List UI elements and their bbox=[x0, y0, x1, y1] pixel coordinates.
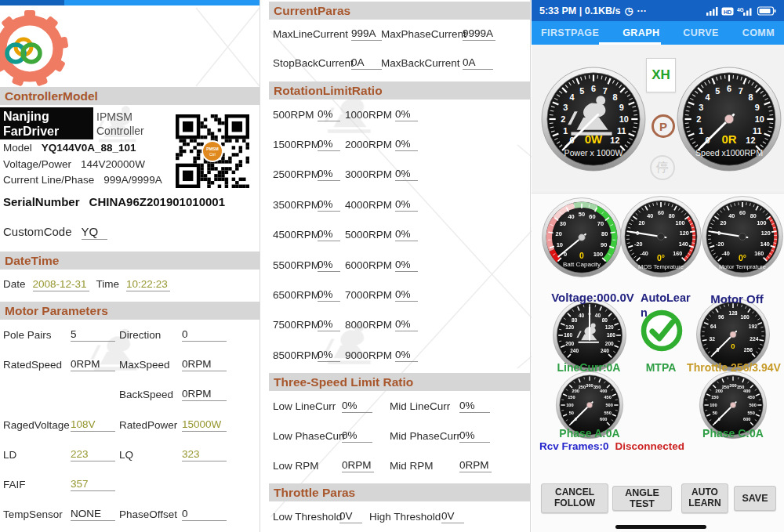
param-value[interactable]: 0% bbox=[459, 429, 490, 443]
param-value[interactable]: 9999A bbox=[463, 27, 495, 41]
param-value[interactable]: 357 bbox=[71, 478, 115, 491]
date-value[interactable]: 2008-12-31 bbox=[33, 278, 89, 291]
param-value[interactable]: 0% bbox=[342, 429, 372, 443]
param-row: 6500RPM 0% 7000RPM 0% bbox=[269, 280, 530, 309]
rotation-rows: 500RPM 0% 1000RPM 0% 1500RPM 0% 2000RPM … bbox=[269, 100, 530, 371]
svg-text:200: 200 bbox=[605, 341, 614, 346]
param-value[interactable]: 223 bbox=[71, 448, 115, 461]
svg-text:240: 240 bbox=[601, 348, 609, 353]
svg-text:-20: -20 bbox=[634, 241, 642, 248]
param-value[interactable]: 0% bbox=[459, 400, 490, 413]
param-value[interactable]: 0% bbox=[395, 288, 418, 302]
tab-bar: FIRSTPAGE GRAPH CURVE COMM bbox=[532, 21, 784, 45]
param-value[interactable]: 323 bbox=[182, 448, 227, 461]
param-value[interactable]: 0RPM bbox=[71, 358, 115, 371]
param-value[interactable]: 108V bbox=[71, 418, 115, 432]
svg-text:400: 400 bbox=[600, 389, 607, 393]
param-value[interactable]: 0% bbox=[318, 228, 340, 241]
param-value[interactable]: 0% bbox=[395, 108, 418, 121]
param-label: High Threshold bbox=[369, 511, 441, 523]
param-value[interactable]: 999A bbox=[351, 27, 382, 41]
motor-parameter-rows: Pole Pairs 5 Direction 0 RatedSpeed 0RPM… bbox=[0, 320, 260, 530]
signal-icon bbox=[706, 6, 718, 16]
svg-text:550: 550 bbox=[747, 411, 754, 415]
stop-icon[interactable]: 停 bbox=[650, 155, 675, 180]
param-value[interactable]: 0% bbox=[395, 168, 418, 181]
param-value[interactable]: 0% bbox=[395, 198, 418, 212]
param-value[interactable]: 0% bbox=[318, 168, 340, 181]
param-value[interactable]: 15000W bbox=[182, 418, 227, 432]
action-button[interactable]: CANCEL FOLLOW bbox=[541, 483, 608, 513]
param-value[interactable]: 0% bbox=[318, 259, 340, 272]
svg-text:40: 40 bbox=[647, 212, 653, 219]
param-value[interactable]: 0% bbox=[342, 400, 372, 413]
svg-text:70: 70 bbox=[597, 220, 604, 227]
param-value[interactable]: 0RPM bbox=[342, 459, 374, 472]
param-label: Low RPM bbox=[273, 460, 342, 472]
param-label: TempSensor bbox=[3, 508, 71, 520]
svg-text:150: 150 bbox=[568, 395, 575, 400]
svg-text:96: 96 bbox=[718, 314, 724, 320]
svg-text:192: 192 bbox=[749, 324, 757, 329]
alarm-icon: ◷ bbox=[625, 5, 633, 16]
param-label: MaxSpeed bbox=[119, 359, 182, 371]
action-button[interactable]: SAVE bbox=[734, 486, 776, 511]
time-value[interactable]: 10:22:23 bbox=[126, 278, 170, 291]
param-value[interactable]: 0RPM bbox=[459, 459, 492, 472]
param-value[interactable] bbox=[182, 484, 227, 485]
param-value[interactable]: 0% bbox=[318, 198, 340, 212]
param-value[interactable]: 0% bbox=[318, 318, 340, 331]
tab[interactable]: COMM bbox=[742, 27, 775, 38]
param-value[interactable]: 0V bbox=[441, 510, 464, 523]
param-row: Low LineCurr 0% Mid LineCurr 0% bbox=[269, 391, 530, 421]
param-value[interactable]: NONE bbox=[71, 508, 115, 521]
param-value[interactable] bbox=[71, 394, 115, 395]
param-value[interactable]: 0 bbox=[182, 508, 227, 521]
svg-text:200: 200 bbox=[572, 389, 579, 393]
section-datetime: DateTime bbox=[0, 252, 260, 270]
param-label: 7500RPM bbox=[273, 319, 318, 331]
param-value[interactable]: 0% bbox=[318, 288, 340, 302]
param-row: StopBackCurrent 0A MaxBackCurrent 0A bbox=[269, 49, 530, 78]
phase-a-label: Phase A:0A bbox=[543, 427, 637, 440]
param-value[interactable]: 0% bbox=[395, 228, 418, 241]
param-value[interactable]: 0% bbox=[395, 349, 418, 362]
param-label: MaxPhaseCurrent bbox=[381, 28, 463, 40]
section-three-speed: Three-Speed Limit Ratio bbox=[269, 373, 530, 391]
param-label: Low LineCurr bbox=[273, 400, 342, 412]
param-value[interactable]: 0% bbox=[318, 108, 340, 121]
action-button[interactable]: ANGLE TEST bbox=[612, 486, 672, 511]
tab[interactable]: CURVE bbox=[683, 27, 719, 38]
param-value[interactable]: 0% bbox=[318, 349, 340, 362]
tab[interactable]: GRAPH bbox=[622, 27, 659, 38]
custom-code-value[interactable]: YQ bbox=[82, 225, 107, 240]
svg-text:6: 6 bbox=[727, 84, 731, 93]
param-label: 2000RPM bbox=[345, 139, 395, 150]
svg-text:10: 10 bbox=[557, 241, 563, 248]
param-label: PhaseOffset bbox=[119, 508, 182, 520]
param-value[interactable]: 0 bbox=[182, 328, 227, 342]
action-button[interactable]: AUTO LEARN bbox=[681, 483, 728, 513]
param-label: 8000RPM bbox=[345, 319, 395, 331]
param-value[interactable]: 0% bbox=[318, 138, 340, 151]
xh-badge: XH bbox=[646, 58, 676, 92]
param-value[interactable]: 0A bbox=[351, 56, 382, 70]
param-value[interactable]: 0V bbox=[339, 510, 362, 523]
param-value[interactable]: 0% bbox=[395, 259, 418, 272]
tab[interactable]: FIRSTPAGE bbox=[541, 27, 599, 38]
param-value[interactable]: 0% bbox=[395, 138, 418, 151]
param-value[interactable]: 0RPM bbox=[182, 358, 227, 371]
throttle-label: Throttle 256/3.94V bbox=[671, 361, 784, 374]
svg-text:PMSM: PMSM bbox=[206, 147, 218, 151]
parking-icon[interactable]: P bbox=[652, 114, 675, 138]
param-value[interactable]: 5 bbox=[71, 328, 115, 342]
param-label: 3000RPM bbox=[345, 168, 395, 180]
param-label: Pole Pairs bbox=[3, 329, 71, 341]
current-rows: MaxLineCurrent 999A MaxPhaseCurrent 9999… bbox=[269, 20, 530, 78]
speed-gauge: 01234567891011120RSpeed x1000RPM bbox=[676, 66, 782, 176]
param-value[interactable]: 0RPM bbox=[182, 388, 227, 401]
param-value[interactable]: 0% bbox=[395, 318, 418, 331]
svg-text:200: 200 bbox=[716, 389, 723, 393]
param-value[interactable]: 0A bbox=[463, 56, 493, 70]
home-indicator[interactable] bbox=[615, 525, 706, 529]
